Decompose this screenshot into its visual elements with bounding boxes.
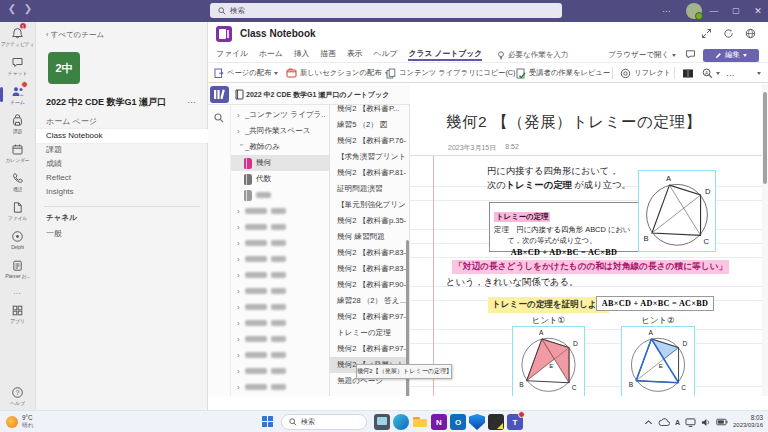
back-to-teams-link[interactable]: ‹ すべてのチーム — [46, 30, 104, 40]
rail-item-files[interactable]: ファイル — [0, 196, 35, 225]
search-icon[interactable] — [214, 113, 224, 123]
minimize-button[interactable]: — — [704, 0, 724, 22]
section-group-content-library[interactable]: › _コンテンツ ライブラ.. — [231, 107, 330, 123]
immersive-reader-button[interactable]: A — [702, 66, 720, 80]
team-menu-item[interactable]: 成績 — [36, 157, 208, 171]
taskbar-folder-icon[interactable] — [412, 414, 428, 430]
vertical-scrollbar[interactable] — [762, 84, 768, 396]
section-group-collab-space[interactable]: › _共同作業スペース — [231, 123, 330, 139]
team-menu-item[interactable]: Insights — [36, 185, 208, 199]
reflect-button[interactable]: リフレクト — [620, 66, 671, 80]
refresh-icon[interactable] — [723, 28, 734, 39]
teams-search-input[interactable]: 検索 — [210, 3, 562, 18]
rail-item-help[interactable]: ? ヘルプ — [0, 381, 35, 410]
ribbon-tab[interactable]: ヘルプ — [373, 48, 397, 61]
hint2-figure[interactable]: A D B C E — [621, 326, 695, 396]
page-list-item[interactable]: 幾何2 【教科書P.97-... — [330, 309, 406, 325]
conversation-icon[interactable] — [685, 49, 696, 60]
ribbon-more-button[interactable]: … — [726, 66, 736, 80]
rail-item-apps[interactable]: アプリ — [0, 299, 35, 328]
start-button[interactable] — [262, 416, 274, 428]
edit-button[interactable]: 編集 — [703, 49, 759, 62]
rail-item-chat[interactable]: チャット — [0, 51, 35, 80]
page-list-item[interactable]: 証明問題演習 — [330, 181, 406, 197]
prove-label[interactable]: トレミーの定理を証明しよう — [488, 297, 609, 313]
taskbar-notes-icon[interactable] — [488, 414, 504, 430]
page-list-item[interactable]: 幾何2 【教科書P.90-... — [330, 277, 406, 293]
battery-icon[interactable] — [716, 418, 728, 426]
channel-general[interactable]: 一般 — [46, 228, 62, 239]
team-menu-item[interactable]: Class Notebook — [36, 129, 208, 143]
page-list-item[interactable]: 【単元別強化プリン... — [330, 197, 406, 213]
page-list-item[interactable]: 練習5 （2） 図 — [330, 117, 406, 133]
formula-box[interactable]: AB×CD + AD×BC = AC×BD — [596, 296, 714, 311]
page-list-item[interactable]: 幾何2 【教科書p.35-... — [330, 213, 406, 229]
page-list-item[interactable]: トレミーの定理 — [330, 325, 406, 341]
quote-follow[interactable]: という，きれいな関係である。 — [446, 276, 578, 289]
avatar[interactable] — [686, 3, 702, 19]
expand-icon[interactable] — [701, 28, 712, 39]
intro-line2[interactable]: 次のトレミーの定理 が成り立つ。 — [487, 179, 631, 192]
taskbar-onenote-icon[interactable]: N — [431, 414, 447, 430]
section-group-blurred[interactable]: › — [231, 379, 330, 395]
scrollbar-thumb[interactable] — [763, 92, 767, 184]
notebook-library-icon[interactable] — [210, 86, 229, 103]
main-figure[interactable]: A D B C — [638, 170, 716, 252]
team-tile[interactable]: 2中 — [48, 52, 80, 84]
section-group-blurred[interactable]: › — [231, 299, 330, 315]
review-student-work-button[interactable]: 受講者の作業をレビュー — [516, 66, 610, 80]
taskbar-clock[interactable]: 8:03 2023/03/16 — [733, 414, 763, 429]
rail-item-more[interactable]: … — [0, 283, 35, 299]
titlebar-more-icon[interactable]: … — [662, 4, 672, 14]
team-menu-item[interactable]: Reflect — [36, 171, 208, 185]
section-group-blurred[interactable]: › — [231, 203, 330, 219]
taskbar-defender-icon[interactable] — [469, 414, 485, 430]
ribbon-tab[interactable]: 表示 — [347, 48, 363, 61]
tray-chevron-icon[interactable] — [644, 419, 653, 426]
page-title[interactable]: 幾何2 【（発展）トレミーの定理】 — [446, 112, 701, 133]
rail-item-delphi[interactable]: Delphi — [0, 225, 35, 254]
collapse-ribbon-icon[interactable] — [757, 66, 761, 80]
open-in-browser-button[interactable]: ブラウザーで開く — [608, 50, 676, 60]
rail-item-assignments[interactable]: 課題 — [0, 109, 35, 138]
section-algebra[interactable]: 代数 — [231, 171, 330, 187]
taskbar-weather[interactable]: 9°C 晴れ — [6, 414, 34, 430]
rail-item-calls[interactable]: 通話 — [0, 167, 35, 196]
team-more-icon[interactable]: … — [187, 95, 197, 105]
intro-line1[interactable]: 円に内接する四角形において， — [487, 165, 619, 178]
ribbon-tab[interactable]: 挿入 — [294, 48, 310, 61]
page-list-item[interactable]: 幾何2 【教科書P.83-... — [330, 261, 406, 277]
reader-button[interactable] — [682, 66, 694, 80]
team-menu-item[interactable]: ホーム ページ — [36, 115, 208, 129]
display-icon[interactable] — [685, 418, 696, 427]
page-list-item[interactable]: 幾何2 【教科書P.83-... — [330, 245, 406, 261]
ime-mode-indicator[interactable]: A — [675, 419, 680, 426]
maximize-button[interactable]: ▢ — [726, 0, 746, 22]
page-list-item[interactable]: 幾何2 【教科書P.81-... — [330, 165, 406, 181]
tellme-box[interactable]: 必要な作業を入力 — [497, 50, 568, 60]
page-list-item[interactable]: 幾何2 【教科書P.97-... — [330, 341, 406, 357]
section-geometry[interactable]: 幾何 — [231, 155, 330, 171]
distribute-page-button[interactable]: ページの配布 — [214, 66, 278, 80]
taskbar-pc-icon[interactable] — [374, 414, 390, 430]
team-menu-item[interactable]: 課題 — [36, 143, 208, 157]
notebook-header[interactable]: 2022 中2 CDE 数学G1 瀬戸口のノートブック — [208, 84, 410, 105]
speaker-icon[interactable] — [701, 418, 711, 427]
section-group-blurred[interactable]: › — [231, 267, 330, 283]
section-group-teacher-only[interactable]: › _教師のみ — [231, 139, 330, 155]
ribbon-tab[interactable]: ファイル — [216, 48, 248, 61]
section-group-blurred[interactable]: › — [231, 331, 330, 347]
rail-item-calendar[interactable]: カレンダー — [0, 138, 35, 167]
ribbon-tab[interactable]: ホーム — [259, 48, 283, 61]
section-group-blurred[interactable]: › — [231, 219, 330, 235]
ribbon-tab[interactable]: 描画 — [320, 48, 336, 61]
globe-icon[interactable] — [745, 28, 756, 39]
section-group-blurred[interactable]: › — [231, 363, 330, 379]
section-group-blurred[interactable]: › — [231, 347, 330, 363]
rail-item-activity[interactable]: アクティビティ 1 — [0, 22, 35, 51]
section-group-blurred[interactable]: › — [231, 283, 330, 299]
page-list-item[interactable]: 練習28 （2） 答え... — [330, 293, 406, 309]
theorem-box[interactable]: トレミーの定理 定理 円に内接する四角形 ABCD におい て，次の等式が成り立… — [489, 202, 639, 252]
taskbar-search[interactable]: 検索 — [281, 414, 367, 430]
forward-icon[interactable]: ❯ — [22, 3, 34, 14]
